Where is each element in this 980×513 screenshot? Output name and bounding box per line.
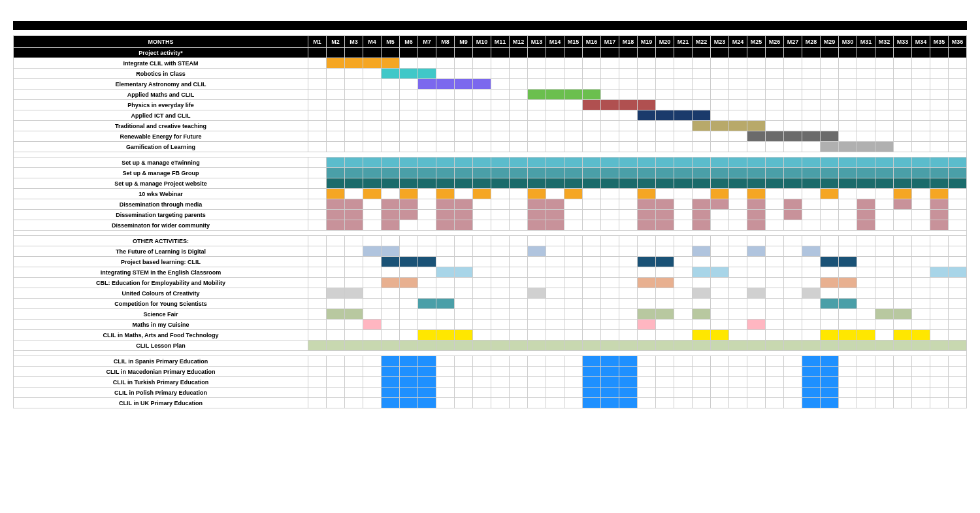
row-label: Elementary Astronomy and CLIL [14,79,308,90]
month-header-M18: M18 [619,36,638,48]
table-row: Set up & manage Project website [14,178,967,189]
month-header-M13: M13 [528,36,546,48]
month-header-M31: M31 [857,36,875,48]
month-header-M20: M20 [656,36,674,48]
month-header-M28: M28 [802,36,821,48]
row-label: Competition for Young Scientists [14,299,308,309]
table-row: 10 wks Webinar [14,189,967,199]
empty-row [14,231,967,236]
month-header-M21: M21 [674,36,693,48]
table-row: Physics in everyday life [14,100,967,110]
month-header-M35: M35 [930,36,949,48]
month-header-M14: M14 [546,36,564,48]
month-header-M15: M15 [564,36,583,48]
table-row: United Colours of Creativity [14,288,967,299]
empty-row [14,351,967,356]
row-label: Set up & manage FB Group [14,168,308,178]
month-header-M22: M22 [693,36,711,48]
month-header-M7: M7 [418,36,436,48]
table-row: Project activity* [14,48,967,58]
timetable-title [13,21,967,30]
table-row: CLIL Lesson Plan [14,340,967,351]
table-row: Integrating STEM in the English Classroo… [14,267,967,278]
table-row: CBL: Education for Employability and Mob… [14,278,967,288]
table-row: Traditional and creative teaching [14,121,967,131]
table-row: Renewable Energy for Future [14,131,967,142]
row-label: Project based learning: CLIL [14,257,308,267]
month-header-M3: M3 [345,36,363,48]
row-label: Applied ICT and CLIL [14,110,308,121]
row-label: CLIL Lesson Plan [14,340,308,351]
table-row: Project based learning: CLIL [14,257,967,267]
month-header-M26: M26 [766,36,784,48]
month-header-M19: M19 [638,36,656,48]
month-header-M4: M4 [363,36,382,48]
table-row: Gamification of Learning [14,142,967,152]
row-label: United Colours of Creativity [14,288,308,299]
month-header-M11: M11 [491,36,510,48]
row-label: The Future of Learning is Digital [14,246,308,257]
table-row: CLIL in UK Primary Education [14,398,967,408]
table-row: CLIL in Spanis Primary Education [14,356,967,367]
month-header-M32: M32 [875,36,894,48]
row-label: CLIL in Polish Primary Education [14,388,308,398]
row-label: Dissemination through media [14,199,308,210]
table-row: Competition for Young Scientists [14,299,967,309]
month-header-M23: M23 [711,36,729,48]
row-label: Project activity* [14,48,308,58]
row-label: Science Fair [14,309,308,320]
table-row: Maths in my Cuisine [14,320,967,330]
row-label: Renewable Energy for Future [14,131,308,142]
section-row: OTHER ACTIVITIES: [14,236,967,246]
row-label: Gamification of Learning [14,142,308,152]
months-header: MONTHS [14,36,308,48]
empty-row [14,152,967,157]
row-label: Dissemination targeting parents [14,210,308,220]
month-header-M10: M10 [473,36,491,48]
table-row: CLIL in Polish Primary Education [14,388,967,398]
row-label: Robotics in Class [14,69,308,79]
month-header-M9: M9 [455,36,473,48]
table-row: CLIL in Macedonian Primary Education [14,367,967,377]
month-header-M34: M34 [912,36,930,48]
month-header-M33: M33 [894,36,912,48]
row-label: Integrate CLIL with STEAM [14,58,308,69]
row-label: CLIL in Macedonian Primary Education [14,367,308,377]
table-row: Dissemination targeting parents [14,210,967,220]
row-label: Disseminaton for wider community [14,220,308,231]
month-header-M8: M8 [436,36,455,48]
row-label: CLIL in Maths, Arts and Food Technology [14,330,308,340]
table-row: CLIL in Maths, Arts and Food Technology [14,330,967,340]
month-header-M25: M25 [747,36,766,48]
table-row: Disseminaton for wider community [14,220,967,231]
month-header-M27: M27 [784,36,802,48]
timetable: MONTHSM1M2M3M4M5M6M7M8M9M10M11M12M13M14M… [13,35,967,408]
table-row: Integrate CLIL with STEAM [14,58,967,69]
month-header-M24: M24 [729,36,747,48]
month-header-M12: M12 [510,36,528,48]
row-label: CBL: Education for Employability and Mob… [14,278,308,288]
month-header-M16: M16 [583,36,601,48]
row-label: Maths in my Cuisine [14,320,308,330]
row-label: Physics in everyday life [14,100,308,110]
table-row: Elementary Astronomy and CLIL [14,79,967,90]
month-header-M2: M2 [327,36,345,48]
month-header-M6: M6 [400,36,418,48]
table-row: Set up & manage eTwinning [14,157,967,168]
month-header-M5: M5 [382,36,400,48]
row-label: Applied Maths and CLIL [14,90,308,100]
table-row: Applied ICT and CLIL [14,110,967,121]
row-label: CLIL in Spanis Primary Education [14,356,308,367]
row-label: Set up & manage eTwinning [14,157,308,168]
row-label: 10 wks Webinar [14,189,308,199]
table-row: The Future of Learning is Digital [14,246,967,257]
timetable-container: MONTHSM1M2M3M4M5M6M7M8M9M10M11M12M13M14M… [13,35,967,408]
row-label: Integrating STEM in the English Classroo… [14,267,308,278]
table-row: Robotics in Class [14,69,967,79]
table-row: Set up & manage FB Group [14,168,967,178]
row-label: CLIL in Turkish Primary Education [14,377,308,388]
table-row: CLIL in Turkish Primary Education [14,377,967,388]
row-label: Set up & manage Project website [14,178,308,189]
table-row: Applied Maths and CLIL [14,90,967,100]
month-header-M17: M17 [601,36,619,48]
